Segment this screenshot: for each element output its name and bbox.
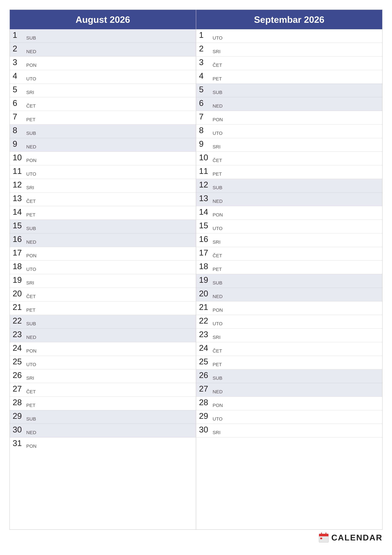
day-name: PON [26, 348, 36, 354]
sep-day-row-20: 20 NED [196, 288, 382, 301]
sep-day-row-12: 12 SUB [196, 179, 382, 193]
day-name: SRI [213, 239, 221, 245]
svg-rect-2 [319, 536, 328, 536]
day-name: NED [26, 335, 36, 340]
day-name: PON [213, 307, 223, 313]
day-number: 16 [13, 235, 25, 243]
sep-day-row-15: 15 UTO [196, 220, 382, 233]
day-name: PET [26, 307, 36, 313]
sep-day-row-6: 6 NED [196, 97, 382, 111]
aug-day-row-10: 10 PON [10, 152, 196, 165]
day-number: 26 [13, 371, 25, 379]
day-name: PET [213, 362, 222, 367]
day-name: SRI [26, 185, 34, 190]
day-number: 19 [13, 276, 25, 284]
aug-day-row-17: 17 PON [10, 247, 196, 261]
footer: CALENDAR [9, 530, 383, 542]
day-number: 25 [13, 358, 25, 366]
day-number: 13 [13, 194, 25, 202]
day-number: 12 [13, 181, 25, 189]
aug-day-row-3: 3 PON [10, 57, 196, 70]
day-number: 28 [199, 398, 212, 406]
sep-day-row-16: 16 SRI [196, 233, 382, 247]
day-number: 14 [13, 208, 25, 216]
day-number: 3 [199, 58, 212, 66]
day-number: 9 [13, 140, 25, 148]
day-number: 13 [199, 194, 212, 202]
day-number: 7 [13, 112, 25, 121]
calendar-logo-icon [319, 533, 329, 543]
sep-day-row-11: 11 PET [196, 165, 382, 179]
calendar-grid: August 2026 Septembar 2026 1 SUB 2 NED 3… [9, 9, 383, 530]
aug-day-row-18: 18 UTO [10, 261, 196, 274]
sep-day-row-1: 1 UTO [196, 29, 382, 43]
day-number: 5 [199, 85, 212, 94]
day-name: UTO [26, 267, 36, 272]
logo: CALENDAR [319, 533, 383, 543]
day-number: 24 [199, 344, 212, 352]
aug-day-row-12: 12 SRI [10, 179, 196, 193]
day-name: NED [26, 239, 36, 245]
day-number: 20 [199, 289, 212, 298]
day-number: 22 [199, 317, 212, 325]
sep-day-row-8: 8 UTO [196, 124, 382, 138]
day-name: UTO [213, 321, 222, 326]
day-name: UTO [213, 226, 222, 231]
aug-day-row-16: 16 NED [10, 233, 196, 247]
day-number: 23 [199, 330, 212, 338]
sep-day-row-10: 10 ČET [196, 152, 382, 165]
day-name: UTO [26, 76, 36, 81]
day-number: 16 [199, 235, 212, 243]
sep-day-row-24: 24 ČET [196, 342, 382, 356]
sep-day-row-17: 17 ČET [196, 247, 382, 261]
day-number: 30 [13, 425, 25, 434]
day-name: NED [213, 198, 222, 204]
day-number: 10 [13, 153, 25, 161]
aug-day-row-27: 27 ČET [10, 383, 196, 397]
day-name: ČET [213, 253, 222, 258]
aug-day-row-6: 6 ČET [10, 97, 196, 111]
day-number: 14 [199, 208, 212, 216]
day-name: NED [213, 389, 222, 394]
day-number: 25 [199, 358, 212, 366]
day-name: PET [26, 117, 36, 122]
day-number: 8 [199, 126, 212, 134]
day-name: PON [213, 212, 223, 218]
sep-day-row-28: 28 PON [196, 397, 382, 410]
day-number: 17 [199, 248, 212, 257]
day-number: 5 [13, 85, 25, 94]
month-header-august: August 2026 [10, 10, 196, 29]
aug-day-row-2: 2 NED [10, 43, 196, 57]
sep-day-row-9: 9 SRI [196, 138, 382, 152]
day-number: 30 [199, 425, 212, 434]
day-number: 26 [199, 371, 212, 379]
aug-day-row-23: 23 NED [10, 329, 196, 342]
day-name: SUB [213, 375, 222, 381]
aug-day-row-22: 22 SUB [10, 315, 196, 329]
day-number: 6 [13, 99, 25, 107]
day-name: PON [26, 253, 36, 258]
day-name: SUB [26, 35, 36, 41]
sep-day-row-21: 21 PON [196, 301, 382, 315]
day-name: SUB [213, 90, 222, 95]
day-number: 31 [13, 439, 25, 447]
day-number: 18 [199, 262, 212, 270]
day-name: PON [213, 117, 223, 122]
day-name: UTO [26, 171, 36, 177]
day-name: SRI [26, 280, 34, 285]
sep-day-row-27: 27 NED [196, 383, 382, 397]
day-number: 15 [13, 221, 25, 230]
day-number: 4 [13, 72, 25, 80]
day-name: SUB [26, 416, 36, 422]
day-number: 27 [13, 385, 25, 393]
september-column: 1 UTO 2 SRI 3 ČET 4 PET 5 SUB 6 NED 7 PO… [196, 29, 382, 529]
day-number: 7 [199, 112, 212, 121]
day-name: PET [213, 171, 222, 177]
day-name: PON [26, 158, 36, 163]
day-name: SUB [26, 131, 36, 136]
august-column: 1 SUB 2 NED 3 PON 4 UTO 5 SRI 6 ČET 7 PE… [10, 29, 196, 529]
day-name: UTO [213, 35, 222, 41]
sep-day-row-19: 19 SUB [196, 274, 382, 288]
day-name: PON [26, 63, 36, 68]
sep-empty-row-30 [196, 438, 382, 451]
